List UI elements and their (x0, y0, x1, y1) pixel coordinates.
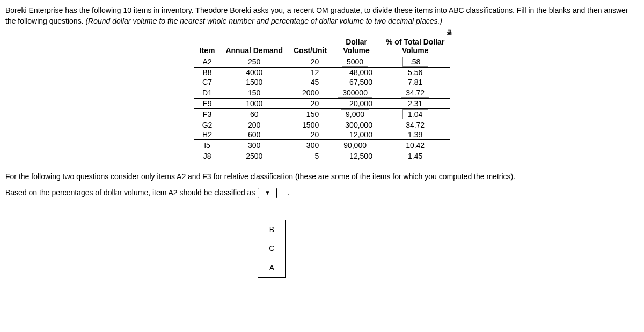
cell-cost: 20 (288, 130, 332, 140)
classify-line: Based on the percentages of dollar volum… (5, 188, 639, 278)
dropdown-option-a[interactable]: A (258, 259, 285, 278)
classification-dropdown-area: ▼ B C A (258, 188, 286, 278)
cell-cost: 300 (288, 139, 332, 151)
cell-cost: 1500 (288, 120, 332, 130)
question-text-hint: (Round dollar volume to the nearest whol… (85, 17, 442, 25)
classification-dropdown[interactable]: ▼ (258, 188, 277, 198)
header-pct-total: % of Total DollarVolume (380, 37, 450, 56)
period: . (287, 188, 289, 198)
cell-cost: 20 (288, 56, 332, 67)
dropdown-options: B C A (258, 220, 286, 278)
table-row: B840001248,0005.56 (194, 67, 450, 77)
table-row: G22001500300,00034.72 (194, 120, 450, 130)
cell-cost: 12 (288, 67, 332, 77)
cell-demand: 250 (220, 56, 288, 67)
cell-cost: 150 (288, 108, 332, 120)
cell-dollar-volume: 90,000 (332, 139, 380, 151)
cell-dollar-volume: 20,000 (332, 98, 380, 108)
table-container: 🖶 Item Annual Demand Cost/Unit DollarVol… (5, 37, 639, 161)
cell-cost: 45 (288, 77, 332, 87)
percent-input[interactable]: 10.42 (401, 141, 429, 150)
cell-demand: 1500 (220, 77, 288, 87)
percent-input[interactable]: .58 (402, 57, 428, 67)
header-item: Item (194, 37, 221, 56)
cell-demand: 60 (220, 108, 288, 120)
cell-demand: 1000 (220, 98, 288, 108)
cell-cost: 5 (288, 151, 332, 161)
cell-item: H2 (194, 130, 221, 140)
header-dollar-volume: DollarVolume (332, 37, 380, 56)
table-row: H26002012,0001.39 (194, 130, 450, 140)
table-row: E910002020,0002.31 (194, 98, 450, 108)
question-text: Boreki Enterprise has the following 10 i… (5, 5, 639, 26)
percent-input[interactable]: 1.04 (402, 109, 428, 119)
cell-item: G2 (194, 120, 221, 130)
cell-item: D1 (194, 87, 221, 98)
cell-percent: 5.56 (380, 67, 450, 77)
header-cost-unit: Cost/Unit (288, 37, 332, 56)
cell-item: F3 (194, 108, 221, 120)
cell-percent: 34.72 (380, 87, 450, 98)
cell-demand: 600 (220, 130, 288, 140)
cell-dollar-volume: 67,500 (332, 77, 380, 87)
instruction-text: For the following two questions consider… (5, 172, 639, 182)
cell-dollar-volume: 48,000 (332, 67, 380, 77)
cell-item: I5 (194, 139, 221, 151)
percent-input[interactable]: 34.72 (401, 88, 429, 98)
cell-dollar-volume: 300000 (332, 87, 380, 98)
cell-percent: 1.39 (380, 130, 450, 140)
table-row: F3601509,0001.04 (194, 108, 450, 120)
table-row: I530030090,00010.42 (194, 139, 450, 151)
table-row: D1150200030000034.72 (194, 87, 450, 98)
cell-demand: 150 (220, 87, 288, 98)
cell-demand: 300 (220, 139, 288, 151)
cell-demand: 4000 (220, 67, 288, 77)
cell-percent: 10.42 (380, 139, 450, 151)
table-row: C715004567,5007.81 (194, 77, 450, 87)
cell-item: E9 (194, 98, 221, 108)
cell-percent: .58 (380, 56, 450, 67)
dropdown-option-b[interactable]: B (258, 220, 285, 240)
cell-item: B8 (194, 67, 221, 77)
dollar-volume-input[interactable]: 90,000 (339, 141, 371, 150)
cell-percent: 7.81 (380, 77, 450, 87)
dollar-volume-input[interactable]: 9,000 (341, 109, 369, 119)
cell-item: A2 (194, 56, 221, 67)
cell-demand: 2500 (220, 151, 288, 161)
classify-text: Based on the percentages of dollar volum… (5, 188, 255, 198)
cell-percent: 1.04 (380, 108, 450, 120)
print-icon[interactable]: 🖶 (446, 29, 452, 36)
cell-cost: 2000 (288, 87, 332, 98)
cell-dollar-volume: 12,000 (332, 130, 380, 140)
table-row: J82500512,5001.45 (194, 151, 450, 161)
header-annual-demand: Annual Demand (220, 37, 288, 56)
cell-percent: 34.72 (380, 120, 450, 130)
cell-percent: 2.31 (380, 98, 450, 108)
cell-dollar-volume: 9,000 (332, 108, 380, 120)
cell-demand: 200 (220, 120, 288, 130)
cell-item: J8 (194, 151, 221, 161)
cell-dollar-volume: 12,500 (332, 151, 380, 161)
cell-cost: 20 (288, 98, 332, 108)
cell-percent: 1.45 (380, 151, 450, 161)
chevron-down-icon: ▼ (265, 189, 270, 197)
dollar-volume-input[interactable]: 300000 (338, 88, 372, 98)
table-row: A2250205000.58 (194, 56, 450, 67)
dropdown-option-c[interactable]: C (258, 239, 285, 259)
cell-dollar-volume: 300,000 (332, 120, 380, 130)
cell-dollar-volume: 5000 (332, 56, 380, 67)
dollar-volume-input[interactable]: 5000 (342, 57, 368, 67)
inventory-table: Item Annual Demand Cost/Unit DollarVolum… (194, 37, 450, 161)
cell-item: C7 (194, 77, 221, 87)
